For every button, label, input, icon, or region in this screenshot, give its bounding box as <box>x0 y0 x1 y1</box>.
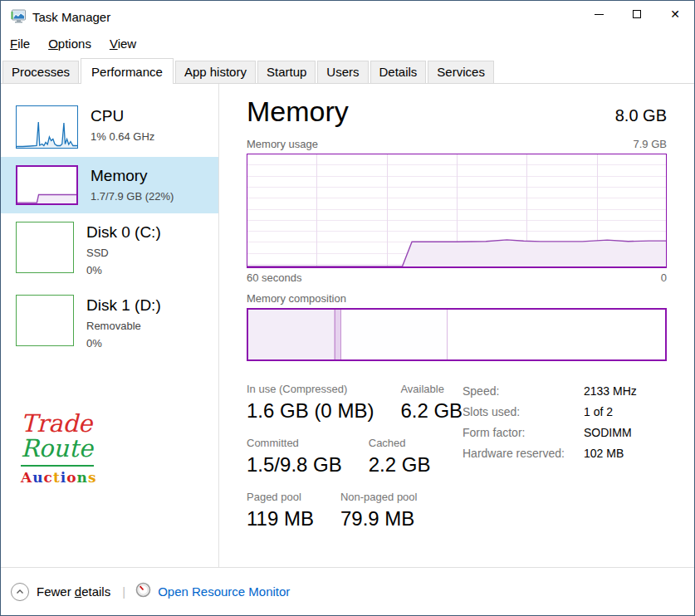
footer-divider: | <box>122 584 125 599</box>
open-resource-monitor-link[interactable]: Open Resource Monitor <box>135 582 290 601</box>
detail-hardware-reserved: Hardware reserved: 102 MB <box>463 447 637 460</box>
usage-graph-label: Memory usage <box>247 138 318 150</box>
minimize-icon <box>595 14 604 15</box>
sidebar-item-disk0[interactable]: Disk 0 (C:) SSD 0% <box>1 213 218 286</box>
stat-paged-pool: Paged pool 119 MB <box>247 491 314 530</box>
maximize-button[interactable] <box>618 1 656 27</box>
disk1-type: Removable <box>86 319 161 334</box>
stat-in-use: In use (Compressed) 1.6 GB (0 MB) <box>247 383 374 423</box>
resource-monitor-icon <box>135 582 151 601</box>
logo-trade: Trade <box>21 411 218 436</box>
logo-auctions: Auctions <box>21 469 218 486</box>
menu-options[interactable]: Options <box>48 37 91 51</box>
detail-speed: Speed: 2133 MHz <box>463 384 637 398</box>
disk1-mini-graph <box>16 295 74 346</box>
stat-cached: Cached 2.2 GB <box>369 437 431 477</box>
stat-available: Available 6.2 GB <box>400 383 463 423</box>
content-area: CPU 1% 0.64 GHz Memory 1.7/7.9 GB (22%) <box>1 84 694 567</box>
sidebar-item-disk1[interactable]: Disk 1 (D:) Removable 0% <box>1 286 218 359</box>
tab-performance[interactable]: Performance <box>81 58 174 84</box>
tab-app-history[interactable]: App history <box>175 61 256 83</box>
close-button[interactable]: ✕ <box>656 1 694 27</box>
maximize-icon <box>633 10 641 18</box>
disk1-title: Disk 1 (D:) <box>86 296 161 315</box>
menu-bar: File Options View <box>1 32 694 54</box>
disk1-usage: 0% <box>86 336 161 351</box>
hardware-details: Speed: 2133 MHz Slots used: 1 of 2 Form … <box>463 383 637 545</box>
composition-segment-standby <box>341 310 448 359</box>
memory-composition-bar <box>247 308 667 361</box>
memory-stats: In use (Compressed) 1.6 GB (0 MB) Availa… <box>247 383 667 545</box>
window-title: Task Manager <box>32 10 110 24</box>
memory-title: Memory <box>91 166 174 186</box>
chevron-up-icon <box>11 583 29 601</box>
tab-services[interactable]: Services <box>428 61 494 83</box>
memory-panel: Memory 8.0 GB Memory usage 7.9 GB 60 sec… <box>219 84 694 567</box>
title-bar: Task Manager ✕ <box>1 1 694 32</box>
cpu-subtitle: 1% 0.64 GHz <box>91 130 154 144</box>
memory-mini-graph <box>16 165 78 205</box>
logo-route: Route <box>21 436 218 461</box>
cpu-title: CPU <box>91 106 154 126</box>
composition-label: Memory composition <box>247 292 346 305</box>
sidebar-item-memory[interactable]: Memory 1.7/7.9 GB (22%) <box>1 157 218 213</box>
performance-sidebar: CPU 1% 0.64 GHz Memory 1.7/7.9 GB (22%) <box>1 84 219 567</box>
disk0-mini-graph <box>16 222 74 273</box>
task-manager-window: Task Manager ✕ File Options View Process… <box>0 0 695 616</box>
tab-startup[interactable]: Startup <box>257 61 316 83</box>
tab-processes[interactable]: Processes <box>2 61 79 83</box>
detail-slots-used: Slots used: 1 of 2 <box>463 405 637 418</box>
tab-details[interactable]: Details <box>370 61 427 83</box>
status-bar: Fewer details | Open Resource Monitor <box>1 567 694 615</box>
minimize-button[interactable] <box>580 1 618 27</box>
sidebar-item-cpu[interactable]: CPU 1% 0.64 GHz <box>1 97 218 157</box>
composition-segment-modified <box>335 310 341 359</box>
menu-view[interactable]: View <box>110 37 136 51</box>
disk0-title: Disk 0 (C:) <box>86 222 161 242</box>
composition-segment-in-use <box>248 310 335 359</box>
memory-subtitle: 1.7/7.9 GB (22%) <box>91 189 174 204</box>
close-icon: ✕ <box>670 8 680 20</box>
task-manager-app-icon <box>10 8 27 25</box>
menu-file[interactable]: File <box>10 37 30 51</box>
usage-graph-max: 7.9 GB <box>634 138 667 150</box>
trade-route-auctions-logo: Trade Route Auctions <box>21 411 218 486</box>
logo-rule <box>21 465 94 467</box>
page-title: Memory <box>247 95 349 128</box>
tab-strip: Processes Performance App history Startu… <box>1 54 694 84</box>
memory-total: 8.0 GB <box>615 106 667 125</box>
stat-non-paged-pool: Non-paged pool 79.9 MB <box>340 491 418 530</box>
fewer-details-button[interactable]: Fewer details <box>11 583 110 601</box>
detail-form-factor: Form factor: SODIMM <box>463 426 637 439</box>
disk0-type: SSD <box>86 246 161 261</box>
tab-users[interactable]: Users <box>317 61 368 83</box>
disk0-usage: 0% <box>86 263 161 278</box>
cpu-mini-graph <box>16 105 78 149</box>
timeline-right-label: 0 <box>661 271 667 284</box>
composition-segment-free <box>448 310 665 359</box>
window-controls: ✕ <box>580 1 694 27</box>
timeline-left-label: 60 seconds <box>247 271 302 284</box>
memory-usage-graph <box>247 154 667 268</box>
stat-committed: Committed 1.5/9.8 GB <box>247 437 342 477</box>
